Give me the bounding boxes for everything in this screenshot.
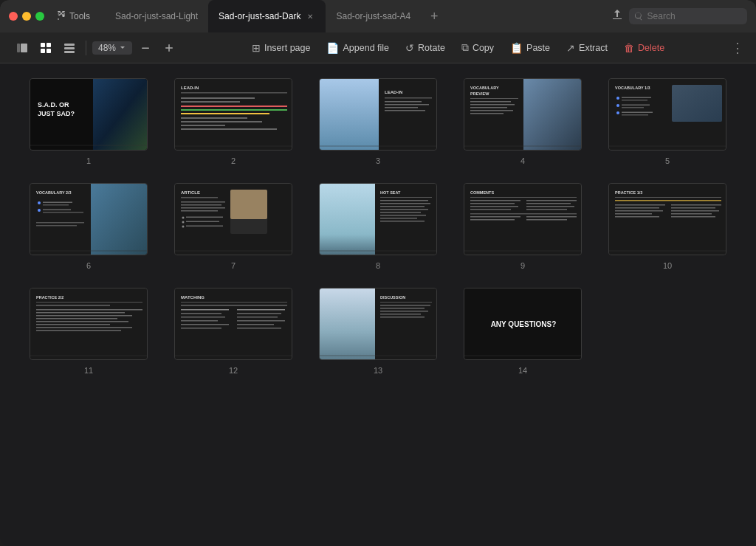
- svg-point-55: [616, 104, 619, 107]
- svg-rect-33: [385, 97, 432, 99]
- svg-text:PREVIEW: PREVIEW: [470, 91, 489, 96]
- svg-rect-126: [615, 204, 665, 206]
- toolbar-actions: ⊞ Insert page 📄 Append file ↺ Rotate ⧉ C…: [188, 38, 728, 58]
- page-item[interactable]: VOCABULARY 2/3 6: [22, 183, 155, 270]
- tab-dark[interactable]: Sad-or-just-sad-Dark ✕: [208, 0, 326, 32]
- svg-rect-139: [36, 302, 142, 303]
- svg-rect-120: [526, 219, 567, 221]
- svg-text:ANY QUESTIONS?: ANY QUESTIONS?: [491, 320, 557, 328]
- svg-rect-155: [237, 309, 285, 311]
- divider: [86, 41, 86, 55]
- svg-rect-141: [36, 309, 142, 311]
- tab-a4[interactable]: Sad-or-just-sad-A4: [326, 0, 421, 32]
- page-item[interactable]: DISCUSSION 13: [312, 288, 444, 375]
- svg-rect-11: [168, 44, 170, 52]
- rotate-label: Rotate: [418, 43, 445, 53]
- svg-rect-112: [526, 200, 577, 201]
- svg-rect-117: [470, 216, 520, 218]
- svg-point-70: [38, 209, 41, 212]
- sidebar-toggle[interactable]: [12, 38, 32, 58]
- paste-icon: 📋: [510, 42, 523, 54]
- page-item[interactable]: HOT SEAT 8: [312, 183, 444, 270]
- pages-grid: S.A.D. OR JUST SAD? 1 LEAD-IN: [22, 78, 734, 375]
- zoom-control[interactable]: 48%: [92, 41, 132, 55]
- extract-button[interactable]: ↗ Extract: [559, 38, 615, 58]
- minimize-button[interactable]: [22, 12, 31, 21]
- page-item[interactable]: PRACTICE 1/3 10: [601, 183, 734, 270]
- page-item[interactable]: PRACTICE 2/2 11: [22, 288, 155, 375]
- chevron-down-icon: [119, 44, 126, 52]
- copy-button[interactable]: ⧉ Copy: [454, 38, 501, 58]
- append-file-button[interactable]: 📄 Append file: [319, 38, 396, 58]
- zoom-value: 48%: [98, 43, 116, 53]
- fullscreen-button[interactable]: [35, 12, 44, 21]
- search-box[interactable]: [629, 8, 747, 24]
- svg-rect-21: [181, 101, 240, 103]
- tools-menu[interactable]: Tools: [56, 11, 90, 21]
- close-button[interactable]: [9, 12, 18, 21]
- extract-label: Extract: [579, 43, 608, 53]
- svg-rect-44: [470, 101, 511, 103]
- svg-text:LEAD-IN: LEAD-IN: [181, 86, 199, 90]
- thumb-svg-11: PRACTICE 2/2: [30, 288, 148, 360]
- page-item[interactable]: VOCABULARY 1/3: [601, 78, 734, 165]
- svg-rect-156: [181, 313, 221, 314]
- insert-icon: ⊞: [252, 42, 261, 54]
- svg-rect-9: [142, 47, 149, 49]
- svg-rect-143: [36, 315, 132, 317]
- svg-text:LEAD-IN: LEAD-IN: [385, 90, 402, 94]
- paste-button[interactable]: 📋 Paste: [503, 38, 557, 58]
- thumb-svg-4: VOCABULARY PREVIEW: [464, 79, 582, 151]
- svg-rect-108: [470, 200, 520, 201]
- svg-rect-54: [622, 100, 647, 101]
- zoom-in-button[interactable]: [159, 38, 179, 58]
- grid-icon: [40, 42, 52, 54]
- thumb-svg-12: MATCHING: [175, 288, 292, 360]
- page-number-8: 8: [376, 261, 380, 270]
- svg-rect-43: [470, 98, 518, 99]
- more-options-button[interactable]: ⋮: [731, 40, 744, 56]
- insert-page-button[interactable]: ⊞ Insert page: [244, 38, 318, 58]
- svg-rect-118: [470, 219, 515, 221]
- share-button[interactable]: [611, 9, 623, 24]
- zoom-out-button[interactable]: [135, 38, 156, 58]
- page-item[interactable]: ARTICLE: [167, 183, 300, 270]
- tab-light[interactable]: Sad-or-just-sad-Light: [105, 0, 208, 32]
- thumb-svg-6: VOCABULARY 2/3: [30, 184, 148, 255]
- page-item[interactable]: LEAD-IN 3: [312, 78, 444, 165]
- paste-label: Paste: [526, 43, 550, 53]
- page-item[interactable]: VOCABULARY PREVIEW 4: [456, 78, 589, 165]
- append-icon: 📄: [326, 42, 339, 54]
- svg-rect-160: [181, 320, 218, 322]
- page-number-12: 12: [229, 366, 238, 375]
- svg-rect-102: [380, 218, 417, 219]
- svg-rect-98: [380, 206, 425, 207]
- delete-button[interactable]: 🗑 Delete: [616, 38, 672, 58]
- svg-rect-40: [523, 79, 582, 151]
- svg-rect-154: [181, 309, 229, 311]
- svg-rect-142: [36, 312, 125, 314]
- main-content: S.A.D. OR JUST SAD? 1 LEAD-IN: [0, 63, 756, 546]
- page-thumb-6: VOCABULARY 2/3: [30, 183, 148, 255]
- svg-rect-162: [181, 324, 229, 325]
- add-tab-button[interactable]: +: [424, 6, 444, 27]
- svg-rect-13: [93, 79, 148, 151]
- search-input[interactable]: [647, 11, 741, 21]
- minus-icon: [140, 43, 151, 53]
- page-item[interactable]: COMMENTS: [456, 183, 589, 270]
- list-view-button[interactable]: [59, 38, 80, 58]
- page-item[interactable]: MATCHING: [167, 288, 300, 375]
- page-thumb-9: COMMENTS: [464, 183, 582, 255]
- page-number-4: 4: [520, 156, 525, 165]
- page-item[interactable]: LEAD-IN 2: [167, 78, 300, 165]
- rotate-button[interactable]: ↺ Rotate: [398, 38, 453, 58]
- insert-page-label: Insert page: [264, 43, 311, 53]
- svg-rect-80: [230, 190, 267, 219]
- grid-view-button[interactable]: [35, 38, 56, 58]
- svg-rect-111: [470, 209, 511, 210]
- svg-rect-26: [181, 121, 262, 122]
- page-item[interactable]: S.A.D. OR JUST SAD? 1: [22, 78, 155, 165]
- page-item[interactable]: ANY QUESTIONS? 14: [456, 288, 589, 375]
- tab-close-icon[interactable]: ✕: [305, 11, 315, 21]
- svg-rect-25: [181, 117, 247, 119]
